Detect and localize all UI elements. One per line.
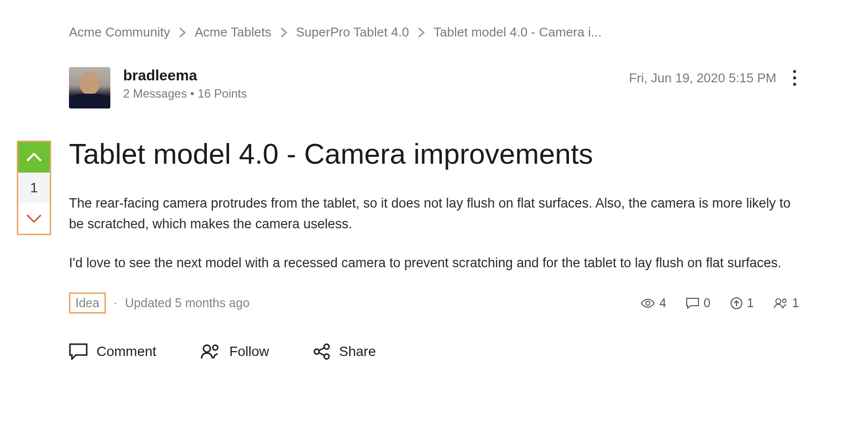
svg-point-6 — [776, 299, 781, 304]
post-timestamp: Fri, Jun 19, 2020 5:15 PM — [629, 71, 776, 86]
share-icon — [313, 343, 330, 360]
views-count: 4 — [659, 296, 666, 310]
svg-point-9 — [213, 345, 218, 350]
author-name[interactable]: bradleema — [123, 67, 247, 84]
followers-stat: 1 — [773, 296, 799, 310]
followers-count: 1 — [792, 296, 799, 310]
svg-point-2 — [793, 83, 796, 86]
post-title: Tablet model 4.0 - Camera improvements — [69, 138, 799, 170]
post-header: bradleema 2 Messages • 16 Points Fri, Ju… — [69, 67, 799, 108]
svg-point-7 — [783, 299, 786, 302]
breadcrumb-item[interactable]: Acme Community — [69, 25, 170, 40]
author-messages: 2 Messages — [123, 87, 187, 100]
views-stat: 4 — [640, 296, 666, 310]
separator: • — [187, 87, 198, 100]
comments-count: 0 — [703, 296, 710, 310]
svg-point-12 — [324, 354, 329, 359]
svg-point-11 — [314, 349, 319, 354]
breadcrumb-item[interactable]: SuperPro Tablet 4.0 — [296, 25, 409, 40]
avatar[interactable] — [69, 67, 110, 108]
chevron-right-icon — [280, 27, 287, 38]
comment-icon — [686, 297, 700, 309]
svg-line-13 — [319, 348, 325, 351]
svg-point-10 — [324, 344, 329, 349]
comment-icon — [69, 343, 88, 360]
breadcrumb-item-current[interactable]: Tablet model 4.0 - Camera i... — [434, 25, 601, 40]
breadcrumb-item[interactable]: Acme Tablets — [195, 25, 271, 40]
people-icon — [200, 344, 220, 359]
post-body: The rear-facing camera protrudes from th… — [69, 193, 799, 274]
eye-icon — [640, 298, 655, 308]
comment-label: Comment — [97, 344, 156, 359]
meta-dot: · — [114, 296, 117, 310]
comments-stat: 0 — [686, 296, 710, 310]
svg-line-14 — [319, 353, 325, 356]
post-actions: Comment Follow Share — [69, 343, 799, 360]
post-meta-row: Idea · Updated 5 months ago 4 0 1 1 — [69, 292, 799, 314]
svg-point-8 — [203, 345, 210, 352]
upvotes-stat: 1 — [730, 296, 754, 310]
share-button[interactable]: Share — [313, 343, 376, 360]
follow-button[interactable]: Follow — [200, 344, 269, 359]
author-points: 16 Points — [198, 87, 247, 100]
updated-label: Updated 5 months ago — [125, 296, 250, 310]
post-type-tag[interactable]: Idea — [69, 292, 106, 314]
svg-point-0 — [793, 70, 796, 73]
more-options-button[interactable] — [790, 67, 799, 89]
upvotes-count: 1 — [747, 296, 754, 310]
breadcrumb: Acme Community Acme Tablets SuperPro Tab… — [69, 25, 799, 40]
svg-point-3 — [646, 301, 650, 305]
svg-point-1 — [793, 76, 796, 79]
follow-label: Follow — [229, 344, 269, 359]
chevron-right-icon — [179, 27, 186, 38]
more-vertical-icon — [792, 69, 797, 87]
comment-button[interactable]: Comment — [69, 343, 156, 360]
arrow-up-circle-icon — [730, 297, 743, 310]
people-icon — [773, 297, 788, 309]
post-paragraph: The rear-facing camera protrudes from th… — [69, 193, 799, 235]
author-block: bradleema 2 Messages • 16 Points — [69, 67, 247, 108]
post-paragraph: I'd love to see the next model with a re… — [69, 253, 799, 274]
chevron-right-icon — [418, 27, 425, 38]
share-label: Share — [339, 344, 376, 359]
author-meta: 2 Messages • 16 Points — [123, 87, 247, 101]
